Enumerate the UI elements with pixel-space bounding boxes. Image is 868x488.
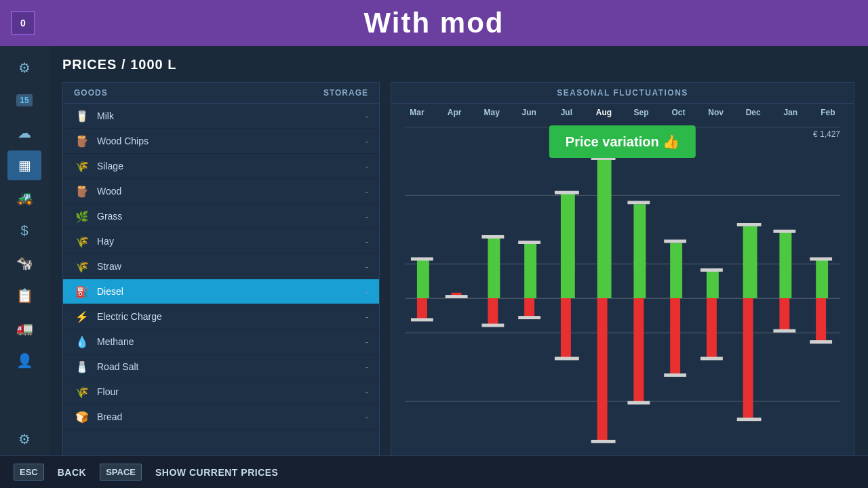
goods-item[interactable]: 🪵 Wood - [63, 179, 379, 204]
esc-key[interactable]: ESC [14, 464, 44, 481]
svg-rect-47 [773, 230, 795, 233]
goods-item-storage: - [366, 337, 368, 347]
svg-rect-37 [707, 270, 719, 298]
sidebar-icon-contracts[interactable]: 📋 [7, 281, 41, 310]
chart-area: € 1,427 € 1,336 Price variation 👍 [391, 120, 854, 476]
svg-rect-41 [743, 226, 757, 298]
svg-rect-39 [701, 268, 723, 272]
goods-item-icon: 🍞 [74, 409, 90, 425]
sidebar-icon-calendar[interactable]: 15 [7, 85, 41, 115]
month-label: Jul [554, 108, 578, 117]
goods-item-icon: ⛽ [74, 283, 90, 300]
header: 0 With mod [0, 0, 868, 46]
svg-rect-18 [524, 298, 534, 318]
goods-item-storage: - [366, 211, 368, 222]
goods-item-storage: - [366, 161, 368, 171]
svg-rect-42 [743, 298, 753, 420]
svg-rect-19 [518, 241, 540, 244]
goods-item[interactable]: 🪵 Wood Chips - [63, 129, 379, 154]
svg-rect-38 [707, 298, 717, 359]
month-label: Apr [442, 108, 467, 117]
svg-rect-51 [810, 258, 832, 261]
back-label: BACK [58, 467, 86, 478]
goods-item-icon: 🌾 [74, 233, 90, 249]
goods-item-name: Diesel [97, 286, 366, 297]
goods-item[interactable]: 🧂 Road Salt - [63, 354, 379, 380]
svg-rect-10 [411, 318, 433, 321]
goods-item[interactable]: 🌾 Flour - [63, 380, 379, 405]
svg-rect-34 [670, 298, 680, 375]
price-variation-tooltip: Price variation 👍 [549, 125, 696, 158]
goods-item[interactable]: 🥛 Milk - [63, 104, 379, 129]
month-label: Jun [517, 108, 541, 117]
goods-item-storage: - [366, 111, 368, 121]
month-label: Jan [778, 108, 803, 117]
goods-item[interactable]: 🌾 Straw - [63, 254, 379, 279]
sidebar-icon-vehicles[interactable]: 🚛 [7, 313, 41, 343]
svg-rect-36 [664, 373, 686, 377]
svg-rect-14 [488, 298, 498, 326]
svg-rect-40 [701, 357, 723, 361]
goods-item[interactable]: 🌾 Hay - [63, 229, 379, 254]
svg-rect-35 [664, 239, 686, 243]
goods-item-icon: 🌾 [74, 384, 90, 400]
bottom-bar: ESC BACK SPACE SHOW CURRENT PRICES [0, 455, 868, 488]
content-area: GOODS STORAGE 🥛 Milk - 🪵 Wood Chips - 🌾 … [62, 82, 854, 477]
goods-item-icon: 🪵 [74, 183, 90, 199]
sidebar-icon-workers[interactable]: 👤 [7, 346, 41, 375]
goods-item-name: Silage [97, 161, 366, 171]
goods-item-name: Wood Chips [97, 136, 366, 146]
sidebar-icon-settings[interactable]: ⚙ [7, 424, 41, 454]
sidebar-icon-chart[interactable]: ▦ [7, 150, 41, 180]
goods-item-storage: - [366, 312, 368, 322]
month-label: May [479, 108, 504, 117]
svg-rect-24 [555, 357, 579, 361]
svg-rect-13 [488, 237, 500, 298]
month-label: Aug [591, 108, 616, 117]
svg-rect-9 [411, 258, 433, 261]
goods-item[interactable]: ⛽ Diesel - [63, 279, 379, 304]
goods-item[interactable]: 🌿 Grass - [63, 204, 379, 229]
goods-item[interactable]: 🍞 Bread - [63, 405, 379, 430]
svg-rect-52 [810, 340, 832, 344]
month-label: Mar [405, 108, 429, 117]
svg-rect-8 [417, 298, 427, 321]
show-prices-label: SHOW CURRENT PRICES [155, 467, 278, 478]
goods-item-storage: - [366, 362, 368, 372]
svg-rect-45 [779, 232, 791, 298]
space-key[interactable]: SPACE [100, 464, 142, 481]
goods-item-icon: 🌾 [74, 258, 90, 274]
goods-item-icon: 🪵 [74, 133, 90, 149]
sidebar-icon-weather[interactable]: ☁ [7, 118, 41, 148]
goods-item-name: Hay [97, 236, 366, 247]
goods-panel: GOODS STORAGE 🥛 Milk - 🪵 Wood Chips - 🌾 … [62, 82, 380, 477]
goods-item-icon: 🌿 [74, 208, 90, 224]
sidebar-icon-steering[interactable]: ⚙ [7, 53, 41, 83]
svg-rect-44 [737, 418, 762, 421]
goods-item[interactable]: 💧 Methane - [63, 329, 379, 354]
goods-panel-header: GOODS STORAGE [63, 83, 379, 104]
svg-rect-12 [446, 295, 468, 298]
svg-rect-49 [816, 260, 828, 298]
goods-list: 🥛 Milk - 🪵 Wood Chips - 🌾 Silage - 🪵 Woo… [63, 104, 379, 476]
svg-rect-28 [591, 440, 616, 443]
goods-item[interactable]: 🌾 Silage - [63, 154, 379, 179]
svg-rect-15 [481, 235, 504, 239]
goods-item-name: Wood [97, 186, 366, 197]
goods-item-storage: - [366, 387, 368, 397]
svg-rect-7 [417, 260, 429, 298]
goods-item-name: Straw [97, 261, 366, 272]
goods-item-storage: - [366, 262, 368, 272]
chart-panel: SEASONAL FLUCTUATIONS MarAprMayJunJulAug… [391, 82, 854, 477]
goods-item[interactable]: ⚡ Electric Charge - [63, 304, 379, 329]
month-label: Feb [816, 108, 840, 117]
svg-rect-25 [597, 160, 612, 298]
svg-rect-43 [737, 223, 762, 226]
sidebar-icon-dollar[interactable]: $ [7, 216, 41, 245]
goods-item-name: Road Salt [97, 361, 366, 372]
sidebar-icon-animal[interactable]: 🐄 [7, 248, 41, 278]
goods-item-icon: 🧂 [74, 359, 90, 375]
sidebar-icon-tractor[interactable]: 🚜 [7, 183, 41, 213]
goods-column-header: GOODS [74, 88, 323, 98]
storage-column-header: STORAGE [323, 88, 368, 98]
